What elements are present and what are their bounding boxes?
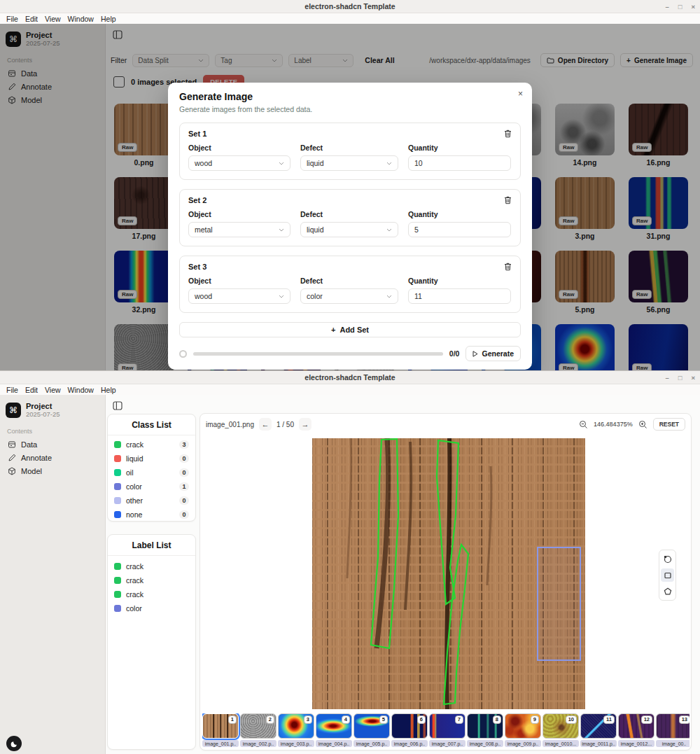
menu-item[interactable]: Edit (22, 15, 41, 23)
image-thumbnail-item[interactable]: 2 image_002.p.. (240, 713, 276, 748)
class-list-item[interactable]: crack 3 (108, 438, 195, 452)
close-button[interactable]: × (691, 3, 695, 11)
thumbnail-image[interactable]: 13 (656, 713, 690, 739)
image-thumbnail-item[interactable]: 13 image_00.. (656, 713, 690, 748)
class-list-item[interactable]: none 0 (108, 508, 195, 522)
quantity-input[interactable]: 11 (408, 288, 511, 304)
image-thumbnail-item[interactable]: 1 image_001.p.. (202, 713, 239, 748)
sidebar-item-model[interactable]: Model (6, 465, 99, 478)
defect-select[interactable]: color (300, 288, 398, 304)
menu-item[interactable]: Edit (22, 386, 41, 394)
add-set-button[interactable]: + Add Set (179, 322, 521, 337)
class-count-badge: 0 (179, 468, 189, 477)
image-thumbnail-item[interactable]: 5 image_005.p.. (354, 713, 390, 748)
thumbnail-image[interactable]: 10 (542, 713, 579, 739)
minimize-button[interactable]: – (665, 374, 668, 382)
sidebar-toggle-icon[interactable] (111, 399, 124, 412)
zoom-percentage: 146.484375% (594, 421, 633, 428)
wood-crack-texture (447, 438, 450, 709)
trash-icon[interactable] (504, 263, 512, 271)
reset-zoom-button[interactable]: RESET (653, 418, 685, 431)
menu-item[interactable]: Help (97, 386, 120, 394)
label-color-swatch (114, 577, 121, 584)
maximize-button[interactable]: □ (678, 3, 682, 11)
color-rect-annotation[interactable] (538, 547, 580, 660)
sidebar-item-annotate[interactable]: Annotate (6, 452, 99, 465)
generate-button[interactable]: Generate (465, 346, 521, 361)
next-image-button[interactable]: → (299, 418, 312, 431)
object-select[interactable]: wood (188, 155, 290, 171)
zoom-out-button[interactable] (578, 419, 589, 431)
thumbnail-image[interactable]: 4 (316, 713, 352, 739)
thumbnail-image[interactable]: 5 (354, 713, 390, 739)
menu-item[interactable]: File (3, 15, 22, 23)
thumbnail-image[interactable]: 1 (202, 713, 239, 739)
defect-select[interactable]: liquid (300, 222, 398, 237)
previous-image-button[interactable]: ← (259, 418, 272, 431)
class-list-item[interactable]: liquid 0 (108, 452, 195, 466)
wood-crack-texture (347, 438, 351, 578)
image-thumbnail-item[interactable]: 8 image_008.p.. (467, 713, 503, 748)
trash-icon[interactable] (504, 196, 512, 204)
menu-item[interactable]: File (3, 386, 22, 394)
thumbnail-index-badge: 7 (455, 715, 463, 724)
label-list-item[interactable]: crack (108, 587, 195, 601)
menu-bar: FileEditViewWindowHelp (0, 13, 700, 24)
thumbnail-image[interactable]: 8 (467, 713, 503, 739)
thumbnail-filename: image_005.p.. (354, 740, 390, 747)
class-list-item[interactable]: color 1 (108, 480, 195, 494)
quantity-input[interactable]: 5 (408, 222, 511, 237)
class-list-item[interactable]: oil 0 (108, 466, 195, 480)
polygon-tool-button[interactable] (661, 585, 674, 598)
object-select[interactable]: wood (188, 288, 290, 304)
rectangle-tool-button[interactable] (661, 568, 674, 582)
class-list-item[interactable]: other 0 (108, 494, 195, 508)
project-name: Project (26, 402, 60, 411)
class-color-swatch (114, 469, 121, 476)
quantity-label: Quantity (408, 277, 511, 285)
menu-item[interactable]: Window (64, 386, 97, 394)
menu-item[interactable]: View (41, 386, 64, 394)
annotated-image[interactable] (312, 438, 585, 709)
modal-close-icon[interactable]: × (518, 89, 523, 99)
zoom-in-button[interactable] (637, 419, 649, 431)
object-select[interactable]: metal (188, 222, 290, 237)
trash-icon[interactable] (504, 130, 512, 138)
thumbnail-image[interactable]: 11 (580, 713, 617, 739)
thumbnail-image[interactable]: 3 (278, 713, 314, 739)
label-list-item[interactable]: color (108, 601, 195, 615)
class-name: crack (126, 440, 174, 449)
label-name: crack (126, 590, 189, 599)
image-thumbnail-item[interactable]: 11 image_0011.p.. (580, 713, 617, 748)
image-thumbnail-item[interactable]: 3 image_003.p.. (278, 713, 314, 748)
moon-icon (10, 740, 18, 748)
quantity-input[interactable]: 10 (408, 155, 511, 171)
ellipse-tool-button[interactable] (661, 552, 674, 566)
image-thumbnail-item[interactable]: 12 image_0012... (618, 713, 654, 748)
image-thumbnail-item[interactable]: 7 image_007.p.. (429, 713, 465, 748)
database-icon (8, 440, 16, 449)
annotation-canvas[interactable] (200, 435, 691, 713)
image-thumbnail-item[interactable]: 4 image_004.p.. (316, 713, 352, 748)
thumbnail-image[interactable]: 12 (618, 713, 654, 739)
menu-item[interactable]: Help (97, 15, 120, 23)
image-thumbnail-item[interactable]: 9 image_009.p.. (505, 713, 541, 748)
image-thumbnail-item[interactable]: 6 image_006.p.. (391, 713, 428, 748)
image-thumbnail-item[interactable]: 10 image_0010... (542, 713, 579, 748)
maximize-button[interactable]: □ (678, 374, 682, 382)
theme-toggle-button[interactable] (6, 736, 22, 751)
menu-item[interactable]: Window (64, 15, 97, 23)
menu-item[interactable]: View (41, 15, 64, 23)
thumbnail-image[interactable]: 6 (391, 713, 428, 739)
label-color-swatch (114, 605, 121, 612)
defect-select[interactable]: liquid (300, 155, 398, 171)
label-list-item[interactable]: crack (108, 559, 195, 573)
thumbnail-image[interactable]: 7 (429, 713, 465, 739)
close-button[interactable]: × (691, 374, 695, 382)
generation-progress-row: 0/0 Generate (179, 346, 521, 361)
label-list-item[interactable]: crack (108, 573, 195, 587)
minimize-button[interactable]: – (665, 3, 668, 11)
thumbnail-image[interactable]: 2 (240, 713, 276, 739)
sidebar-item-data[interactable]: Data (6, 438, 99, 452)
thumbnail-image[interactable]: 9 (505, 713, 541, 739)
